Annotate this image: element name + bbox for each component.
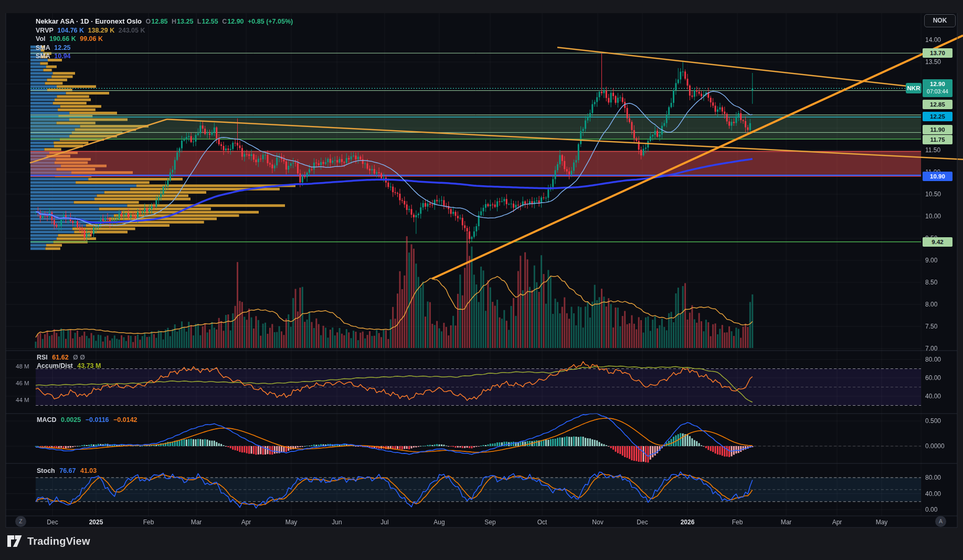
macd-axis-label: 0.0000 xyxy=(925,442,945,450)
vrvp-value-1: 104.76 K xyxy=(57,27,84,34)
rsi-axis-label: 60.00 xyxy=(925,374,941,382)
volume-value: 190.66 K xyxy=(49,35,76,43)
price-badge: 11.75 xyxy=(923,135,953,144)
time-axis-label: Aug xyxy=(433,519,445,526)
price-badge: 12.85 xyxy=(923,100,953,109)
time-axis-label: Mar xyxy=(191,519,202,526)
accum-dist-legend-row[interactable]: Accum/Dist 43.73 M xyxy=(37,362,103,369)
accum-dist-label: Accum/Dist xyxy=(37,362,73,369)
change-value: +0.85 (+7.05%) xyxy=(248,18,293,25)
time-axis-label: Feb xyxy=(143,519,154,526)
time-axis-label: Mar xyxy=(781,519,792,526)
stoch-axis-label: 80.00 xyxy=(925,474,941,481)
price-axis-label: 8.50 xyxy=(925,279,937,286)
stoch-d-value: 41.03 xyxy=(80,467,97,474)
macd-hist-value: 0.0025 xyxy=(61,416,81,424)
price-axis-label: 8.00 xyxy=(925,301,937,308)
sma-slow-legend-row[interactable]: SMA 10.94 xyxy=(36,52,295,61)
close-label: C xyxy=(222,18,227,25)
sma-fast-label: SMA xyxy=(36,44,50,51)
rsi-label: RSI xyxy=(37,354,48,361)
high-label: H xyxy=(172,18,176,25)
tradingview-wordmark: TradingView xyxy=(27,535,90,547)
rsi-axis-label: 40.00 xyxy=(925,393,941,400)
time-axis-label: Dec xyxy=(637,519,648,526)
time-axis-label: 2026 xyxy=(681,519,695,526)
accum-dist-value: 43.73 M xyxy=(77,362,101,369)
rsi-hidden-values: Ø Ø xyxy=(73,354,85,361)
macd-label: MACD xyxy=(37,416,57,424)
time-axis-label: May xyxy=(285,519,298,526)
stoch-k-value: 76.67 xyxy=(59,467,76,474)
sma-slow-label: SMA xyxy=(36,52,50,60)
price-badge: 12.9007:03:44 xyxy=(923,79,953,97)
open-label: O xyxy=(146,18,151,25)
accum-dist-axis-label: 46 M xyxy=(16,380,34,386)
symbol-tag-badge: NKR xyxy=(906,83,922,93)
price-axis-label: 10.50 xyxy=(925,191,941,198)
low-value: 12.55 xyxy=(202,18,218,25)
price-badge: 11.90 xyxy=(923,125,953,134)
main-legend: Nekkar ASA · 1D · Euronext Oslo O12.85 H… xyxy=(36,17,295,61)
price-badge: 9.42 xyxy=(923,237,953,247)
price-axis-label: 7.00 xyxy=(925,345,937,352)
price-axis-label: 9.00 xyxy=(925,257,937,264)
currency-button[interactable]: NOK xyxy=(924,14,956,27)
timezone-button[interactable]: Z xyxy=(15,516,26,527)
price-axis-label: 10.00 xyxy=(925,213,941,220)
stoch-legend-row[interactable]: Stoch 76.67 41.03 xyxy=(37,467,99,474)
auto-scale-button[interactable]: A xyxy=(935,516,946,527)
sma-slow-value: 10.94 xyxy=(54,52,70,60)
sma-fast-legend-row[interactable]: SMA 12.25 xyxy=(36,44,295,52)
sma-fast-value: 12.25 xyxy=(54,44,70,51)
close-value: 12.90 xyxy=(227,18,244,25)
time-axis-label: Nov xyxy=(592,519,603,526)
time-axis-label: Dec xyxy=(47,519,58,526)
stoch-axis-label: 0.00 xyxy=(925,506,937,513)
time-axis-label: Apr xyxy=(832,519,842,526)
high-value: 13.25 xyxy=(177,18,193,25)
rsi-value: 61.62 xyxy=(52,354,68,361)
tradingview-chart-app: { "attribution": "savepiginvest created … xyxy=(0,0,963,560)
vrvp-value-3: 243.05 K xyxy=(119,27,145,34)
price-axis-label: 14.00 xyxy=(925,36,941,44)
volume-ma-value: 99.06 K xyxy=(80,35,103,43)
time-axis-label: Sep xyxy=(484,519,495,526)
macd-signal-value: −0.0142 xyxy=(113,416,137,424)
accum-dist-axis-label: 48 M xyxy=(16,363,34,369)
price-axis-label: 13.50 xyxy=(925,58,941,66)
volume-legend-row[interactable]: Vol 190.66 K 99.06 K xyxy=(36,35,295,44)
time-axis-label: Feb xyxy=(732,519,743,526)
macd-axis-label: 0.500 xyxy=(925,417,941,425)
price-axis-label: 7.50 xyxy=(925,323,937,330)
time-axis-label: Jul xyxy=(380,519,388,526)
time-axis-label: Oct xyxy=(537,519,547,526)
low-label: L xyxy=(197,18,202,25)
open-value: 12.85 xyxy=(151,18,167,25)
symbol-title: Nekkar ASA · 1D · Euronext Oslo xyxy=(36,17,142,25)
vrvp-label: VRVP xyxy=(36,27,54,34)
tradingview-logo-icon xyxy=(7,534,23,548)
macd-legend-row[interactable]: MACD 0.0025 −0.0116 −0.0142 xyxy=(37,416,140,424)
vrvp-legend-row[interactable]: VRVP 104.76 K 138.29 K 243.05 K xyxy=(36,26,295,35)
chart-canvas[interactable] xyxy=(0,0,963,560)
symbol-legend-row[interactable]: Nekkar ASA · 1D · Euronext Oslo O12.85 H… xyxy=(36,17,295,26)
volume-label: Vol xyxy=(36,35,46,43)
time-axis-label: Apr xyxy=(241,519,251,526)
accum-dist-axis-label: 44 M xyxy=(16,397,34,403)
price-axis-label: 11.50 xyxy=(925,146,940,154)
price-badge: 12.25 xyxy=(923,112,953,121)
vrvp-value-2: 138.29 K xyxy=(88,27,115,34)
tradingview-logo[interactable]: TradingView xyxy=(7,534,90,548)
rsi-axis-label: 80.00 xyxy=(925,356,941,363)
rsi-legend-row[interactable]: RSI 61.62 Ø Ø xyxy=(37,354,88,361)
stoch-label: Stoch xyxy=(37,467,55,474)
price-badge: 13.70 xyxy=(923,48,953,58)
macd-line-value: −0.0116 xyxy=(86,416,109,424)
price-badge: 10.90 xyxy=(923,172,953,181)
stoch-axis-label: 40.00 xyxy=(925,490,941,498)
time-axis-label: 2025 xyxy=(89,519,103,526)
time-axis-label: May xyxy=(876,519,888,526)
time-axis-label: Jun xyxy=(332,519,342,526)
